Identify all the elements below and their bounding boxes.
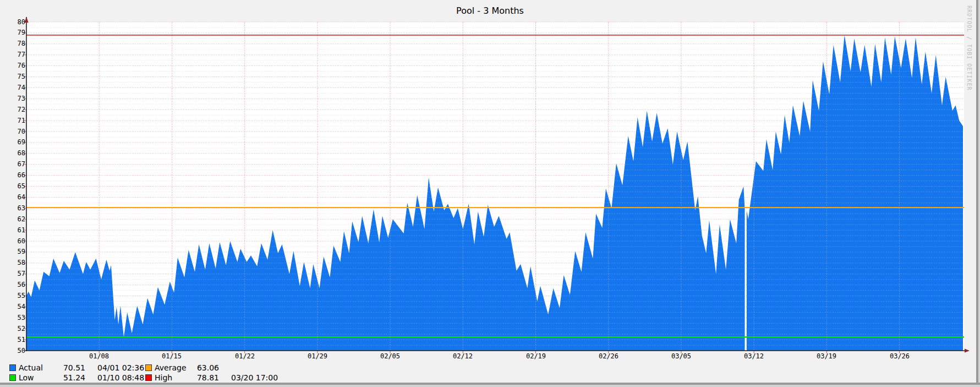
x-tick-label: 02/26: [592, 353, 625, 360]
y-tick-label: 65: [10, 183, 25, 190]
legend-row-1: Actual 70.51 04/01 02:36 Average 63.06: [9, 363, 285, 372]
low-line-swatch: [9, 374, 16, 381]
y-tick-label: 52: [10, 325, 25, 333]
x-tick-label: 03/05: [665, 353, 698, 360]
y-tick-label: 58: [10, 259, 25, 266]
rrdtool-watermark: RRDTOOL / TOBI OETIKER: [966, 6, 972, 90]
x-tick-label: 02/12: [446, 353, 479, 360]
legend-high: High: [145, 373, 193, 382]
x-tick-label: 01/29: [301, 353, 334, 360]
x-tick-label: 01/15: [155, 353, 188, 360]
chart-title: Pool - 3 Months: [0, 6, 980, 16]
y-tick-label: 70: [10, 128, 25, 135]
y-tick-label: 66: [10, 172, 25, 179]
pool-temperature-graph: [0, 0, 980, 387]
y-tick-label: 53: [10, 314, 25, 321]
y-tick-label: 80: [10, 19, 25, 26]
y-tick-label: 79: [10, 29, 25, 36]
y-tick-label: 71: [10, 117, 25, 124]
actual-series-swatch: [9, 364, 16, 371]
legend-average: Average: [145, 363, 193, 372]
legend-low-label: Low: [19, 373, 34, 382]
legend-actual-label: Actual: [19, 363, 43, 372]
high-line-swatch: [145, 374, 152, 381]
legend-actual-value: 70.51: [54, 363, 85, 372]
y-tick-label: 69: [10, 139, 25, 146]
y-tick-label: 60: [10, 238, 25, 245]
average-line-swatch: [145, 364, 152, 371]
x-tick-label: 03/19: [810, 353, 843, 360]
legend-low-value: 51.24: [54, 373, 85, 382]
y-tick-label: 73: [10, 95, 25, 102]
legend-average-label: Average: [155, 363, 187, 372]
y-tick-label: 64: [10, 194, 25, 201]
y-tick-label: 61: [10, 227, 25, 234]
x-tick-label: 02/19: [519, 353, 552, 360]
legend-actual: Actual: [9, 363, 54, 372]
y-tick-label: 75: [10, 73, 25, 80]
legend-average-value: 63.06: [193, 363, 219, 372]
y-tick-label: 78: [10, 40, 25, 47]
y-tick-label: 54: [10, 303, 25, 310]
y-tick-label: 63: [10, 205, 25, 212]
x-tick-label: 02/05: [374, 353, 407, 360]
y-tick-label: 50: [10, 347, 25, 355]
legend-actual-time: 04/01 02:36: [85, 363, 145, 372]
y-tick-label: 51: [10, 336, 25, 344]
y-tick-label: 62: [10, 216, 25, 223]
y-tick-label: 59: [10, 248, 25, 255]
window-edge-bottom-light: [0, 385, 980, 387]
y-tick-label: 77: [10, 51, 25, 58]
legend-high-time: 03/20 17:00: [219, 373, 285, 382]
y-tick-label: 56: [10, 281, 25, 288]
x-axis-arrow: [965, 349, 970, 353]
y-tick-label: 72: [10, 106, 25, 113]
y-tick-label: 74: [10, 84, 25, 91]
y-tick-label: 76: [10, 62, 25, 69]
legend-low: Low: [9, 373, 54, 382]
x-tick-label: 03/12: [737, 353, 770, 360]
y-tick-label: 57: [10, 270, 25, 277]
x-tick-label: 01/08: [83, 353, 116, 360]
legend-low-time: 01/10 08:48: [85, 373, 145, 382]
legend-row-2: Low 51.24 01/10 08:48 High 78.81 03/20 1…: [9, 373, 285, 382]
y-tick-label: 67: [10, 161, 25, 168]
x-tick-label: 03/26: [883, 353, 916, 360]
legend-high-label: High: [155, 373, 172, 382]
y-tick-label: 55: [10, 292, 25, 299]
y-tick-label: 68: [10, 150, 25, 157]
legend-high-value: 78.81: [193, 373, 219, 382]
x-tick-label: 01/22: [228, 353, 261, 360]
